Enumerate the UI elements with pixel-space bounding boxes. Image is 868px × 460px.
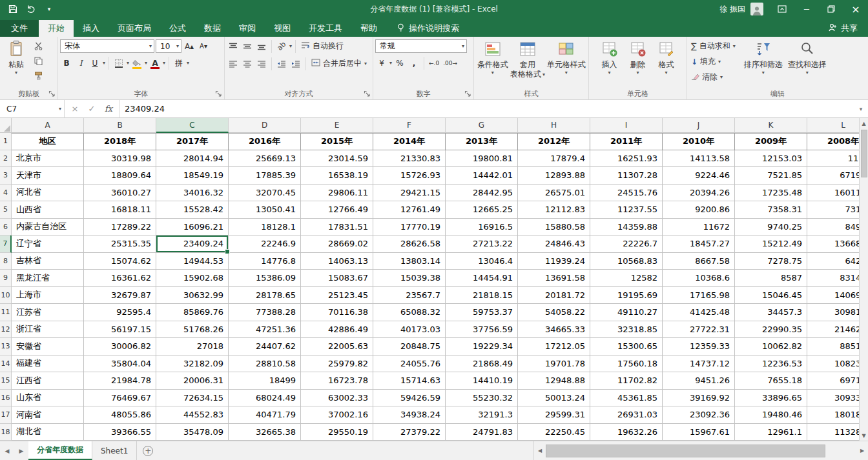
cell-D14[interactable]: 28810.58 bbox=[229, 355, 301, 373]
row-header-13[interactable]: 13 bbox=[0, 338, 12, 355]
row-header-2[interactable]: 2 bbox=[0, 150, 12, 168]
ribbon-tab-insert[interactable]: 插入 bbox=[74, 20, 108, 37]
cell-L2[interactable]: 11115 bbox=[807, 150, 859, 168]
insert-cells-button[interactable]: 插入 ▾ bbox=[595, 39, 624, 77]
customize-quick-access-icon[interactable]: ▾ bbox=[44, 4, 54, 14]
cell-H1[interactable]: 2012年 bbox=[518, 133, 590, 150]
cell-J12[interactable]: 27722.31 bbox=[663, 321, 735, 339]
cell-K11[interactable]: 34457.3 bbox=[735, 304, 807, 321]
cell-I17[interactable]: 26931.03 bbox=[590, 406, 663, 424]
cell-B7[interactable]: 25315.35 bbox=[84, 235, 156, 253]
cell-C16[interactable]: 72634.15 bbox=[156, 390, 229, 407]
name-box[interactable]: C7 ▾ bbox=[0, 100, 65, 117]
align-right-icon[interactable] bbox=[255, 57, 268, 70]
cell-A9[interactable]: 黑龙江省 bbox=[12, 270, 84, 287]
cell-L6[interactable]: 8496.2 bbox=[807, 219, 859, 236]
undo-icon[interactable] bbox=[26, 4, 36, 14]
cell-L4[interactable]: 16011.97 bbox=[807, 185, 859, 202]
cell-A7[interactable]: 辽宁省 bbox=[12, 235, 84, 253]
cell-A1[interactable]: 地区 bbox=[12, 133, 84, 150]
comma-style-button[interactable]: , bbox=[408, 57, 420, 70]
column-header-F[interactable]: F bbox=[373, 118, 446, 133]
clear-button[interactable]: 清除 ▾ bbox=[689, 70, 738, 84]
cell-J13[interactable]: 12359.33 bbox=[663, 338, 735, 355]
cell-K7[interactable]: 15212.49 bbox=[735, 235, 807, 253]
account-button[interactable]: 徐 振国 bbox=[713, 0, 770, 18]
column-header-I[interactable]: I bbox=[590, 118, 663, 133]
cell-J1[interactable]: 2010年 bbox=[663, 133, 735, 150]
cell-A13[interactable]: 安徽省 bbox=[12, 338, 84, 355]
align-middle-icon[interactable] bbox=[241, 40, 254, 53]
cell-F12[interactable]: 40173.03 bbox=[373, 321, 446, 339]
cell-K6[interactable]: 9740.25 bbox=[735, 219, 807, 236]
cell-E9[interactable]: 15083.67 bbox=[301, 270, 373, 287]
cell-B17[interactable]: 48055.86 bbox=[84, 406, 156, 424]
cell-J8[interactable]: 8667.58 bbox=[663, 253, 735, 270]
cell-D1[interactable]: 2016年 bbox=[229, 133, 301, 150]
cell-L16[interactable]: 30933.28 bbox=[807, 390, 859, 407]
row-header-10[interactable]: 10 bbox=[0, 287, 12, 305]
column-header-D[interactable]: D bbox=[229, 118, 301, 133]
maximize-button[interactable] bbox=[819, 0, 843, 18]
cell-G6[interactable]: 16916.5 bbox=[446, 219, 518, 236]
cell-G12[interactable]: 37756.59 bbox=[446, 321, 518, 339]
cell-I18[interactable]: 19632.26 bbox=[590, 424, 663, 441]
cell-F15[interactable]: 15714.63 bbox=[373, 372, 446, 390]
cell-L1[interactable]: 2008年 bbox=[807, 133, 859, 150]
formula-input[interactable]: 23409.24 bbox=[119, 100, 854, 117]
cell-D7[interactable]: 22246.9 bbox=[229, 235, 301, 253]
cell-F7[interactable]: 28626.58 bbox=[373, 235, 446, 253]
row-header-16[interactable]: 16 bbox=[0, 390, 12, 407]
vertical-scrollbar[interactable]: ▲ ▼ bbox=[859, 118, 868, 441]
sheet-nav-right-icon[interactable]: ▶ bbox=[14, 441, 28, 460]
column-header-J[interactable]: J bbox=[663, 118, 735, 133]
cell-I11[interactable]: 49110.27 bbox=[590, 304, 663, 321]
cell-G9[interactable]: 14454.91 bbox=[446, 270, 518, 287]
cell-A2[interactable]: 北京市 bbox=[12, 150, 84, 168]
cell-G17[interactable]: 32191.3 bbox=[446, 406, 518, 424]
cell-C3[interactable]: 18549.19 bbox=[156, 167, 229, 185]
cell-K9[interactable]: 8587 bbox=[735, 270, 807, 287]
cell-H18[interactable]: 22250.45 bbox=[518, 424, 590, 441]
cell-I6[interactable]: 14359.88 bbox=[590, 219, 663, 236]
cell-B5[interactable]: 16818.11 bbox=[84, 201, 156, 219]
cell-C2[interactable]: 28014.94 bbox=[156, 150, 229, 168]
cell-A17[interactable]: 河南省 bbox=[12, 406, 84, 424]
cell-L9[interactable]: 8314.37 bbox=[807, 270, 859, 287]
accounting-format-button[interactable]: ¥ bbox=[375, 57, 388, 70]
cell-C14[interactable]: 32182.09 bbox=[156, 355, 229, 373]
increase-font-size-button[interactable]: A▴ bbox=[183, 40, 196, 53]
cell-G8[interactable]: 13046.4 bbox=[446, 253, 518, 270]
cell-I7[interactable]: 22226.7 bbox=[590, 235, 663, 253]
conditional-formatting-button[interactable]: 条件格式 ▾ bbox=[476, 39, 510, 77]
accounting-dropdown-icon[interactable]: ▾ bbox=[389, 61, 392, 66]
cell-B9[interactable]: 16361.62 bbox=[84, 270, 156, 287]
cell-G15[interactable]: 14410.19 bbox=[446, 372, 518, 390]
select-all-corner[interactable] bbox=[0, 118, 12, 133]
cell-G3[interactable]: 14442.01 bbox=[446, 167, 518, 185]
cell-D13[interactable]: 24407.62 bbox=[229, 338, 301, 355]
cell-A12[interactable]: 浙江省 bbox=[12, 321, 84, 339]
fill-button[interactable]: ↓ 填充 ▾ bbox=[689, 55, 738, 68]
cell-A4[interactable]: 河北省 bbox=[12, 185, 84, 202]
cell-E1[interactable]: 2015年 bbox=[301, 133, 373, 150]
cell-B1[interactable]: 2018年 bbox=[84, 133, 156, 150]
cell-H5[interactable]: 12112.83 bbox=[518, 201, 590, 219]
cell-C18[interactable]: 35478.09 bbox=[156, 424, 229, 441]
cell-J2[interactable]: 14113.58 bbox=[663, 150, 735, 168]
sort-filter-button[interactable]: 排序和筛选 ▾ bbox=[741, 39, 785, 77]
cell-D10[interactable]: 28178.65 bbox=[229, 287, 301, 305]
scroll-down-icon[interactable]: ▼ bbox=[860, 430, 868, 441]
cell-K14[interactable]: 12236.53 bbox=[735, 355, 807, 373]
italic-button[interactable]: I bbox=[74, 57, 87, 70]
dialog-launcher-icon[interactable] bbox=[464, 90, 471, 97]
orientation-button[interactable]: ab bbox=[275, 40, 288, 53]
formula-bar-expand-icon[interactable]: ▾ bbox=[854, 100, 868, 117]
cell-L11[interactable]: 30981.98 bbox=[807, 304, 859, 321]
row-header-1[interactable]: 1 bbox=[0, 133, 12, 150]
cell-L13[interactable]: 8851.66 bbox=[807, 338, 859, 355]
cell-E15[interactable]: 16723.78 bbox=[301, 372, 373, 390]
new-sheet-button[interactable]: + bbox=[137, 441, 159, 460]
row-header-11[interactable]: 11 bbox=[0, 304, 12, 321]
cancel-icon[interactable]: × bbox=[67, 101, 83, 117]
